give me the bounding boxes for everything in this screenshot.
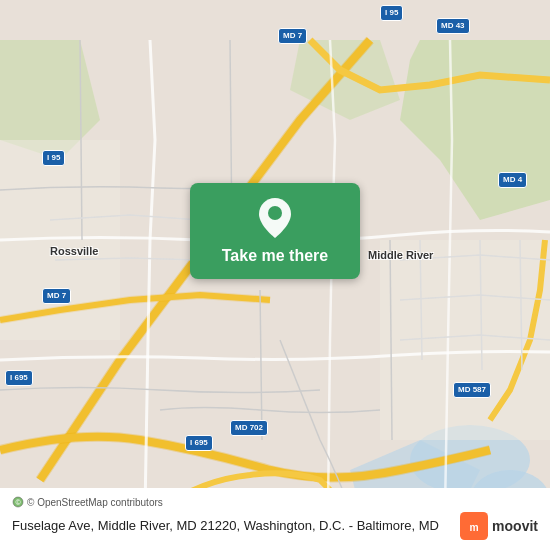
badge-md4: MD 4 (498, 172, 527, 188)
badge-i95-top: I 95 (380, 5, 403, 21)
address-text: Fuselage Ave, Middle River, MD 21220, Wa… (12, 518, 452, 535)
svg-text:©: © (15, 499, 21, 506)
attribution: © © OpenStreetMap contributors (12, 496, 538, 508)
badge-i695-left: I 695 (5, 370, 33, 386)
moovit-logo: m moovit (460, 512, 538, 540)
place-label-rossville: Rossville (50, 245, 98, 257)
badge-md702: MD 702 (230, 420, 268, 436)
attribution-text: © OpenStreetMap contributors (27, 497, 163, 508)
badge-md7-top: MD 7 (278, 28, 307, 44)
svg-text:m: m (470, 522, 479, 533)
take-me-there-button[interactable]: Take me there (190, 183, 360, 279)
moovit-logo-icon: m (460, 512, 488, 540)
svg-point-8 (268, 206, 282, 220)
take-me-there-label: Take me there (222, 247, 328, 265)
place-label-middle-river: Middle River (368, 248, 433, 262)
badge-i95-left: I 95 (42, 150, 65, 166)
osm-logo-icon: © (12, 496, 24, 508)
address-row: Fuselage Ave, Middle River, MD 21220, Wa… (12, 512, 538, 540)
badge-md43: MD 43 (436, 18, 470, 34)
moovit-logo-text: moovit (492, 518, 538, 534)
badge-md587: MD 587 (453, 382, 491, 398)
svg-marker-0 (400, 40, 550, 220)
location-pin-icon (257, 197, 293, 239)
badge-i695-bottom: I 695 (185, 435, 213, 451)
bottom-bar: © © OpenStreetMap contributors Fuselage … (0, 488, 550, 550)
map-container: I 95 I 95 I 695 I 695 MD 7 MD 7 MD 43 MD… (0, 0, 550, 550)
badge-md7-left: MD 7 (42, 288, 71, 304)
